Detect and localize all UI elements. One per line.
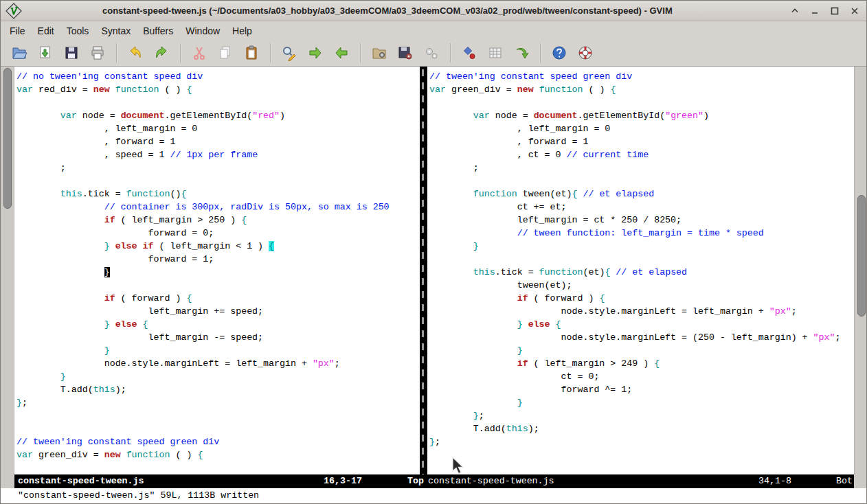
code-line: left_margin += speed;	[16, 305, 420, 318]
code-line: }	[16, 344, 420, 357]
right-scrollbar-thumb[interactable]	[857, 195, 866, 317]
help-icon	[551, 45, 567, 61]
code-line: var node = document.getElementById("red"…	[16, 109, 420, 122]
code-line: }	[429, 396, 854, 409]
code-line: // no tween'ing constant speed div	[16, 70, 420, 83]
code-line: , left_margin = 0	[16, 122, 420, 135]
menu-syntax[interactable]: Syntax	[95, 23, 137, 38]
code-line	[429, 253, 854, 266]
toolbar-make-button[interactable]	[459, 43, 480, 63]
maximize-button[interactable]	[827, 3, 842, 19]
code-line: node.style.marginLeft = left_margin + "p…	[429, 305, 854, 318]
toolbar-separator	[116, 43, 117, 62]
statusline-right-scrollpos: Bot	[836, 474, 853, 488]
vim-logo-icon	[5, 3, 22, 19]
code-line: , forward = 1	[429, 135, 854, 148]
tag-jump-icon	[513, 45, 530, 61]
code-line: } else {	[429, 318, 854, 331]
toolbar-tag-jump-button[interactable]	[511, 43, 532, 63]
toolbar-undo-button[interactable]	[125, 43, 146, 63]
save-icon	[37, 45, 54, 61]
toolbar-separator	[540, 43, 541, 62]
statusline-left-ruler: 16,3-17	[324, 474, 362, 488]
code-line: // tween'ing constant speed green div	[16, 435, 420, 448]
toolbar-save-session-button[interactable]	[395, 43, 416, 63]
paste-icon	[243, 45, 260, 61]
toolbar-redo-button[interactable]	[151, 43, 172, 63]
code-line: var node = document.getElementById("gree…	[429, 109, 854, 122]
toolbar-print-button[interactable]	[87, 43, 108, 63]
code-line: } else {	[16, 318, 420, 331]
close-button[interactable]	[847, 3, 862, 19]
code-line: ;	[16, 161, 420, 174]
code-line: tween(et);	[429, 279, 854, 292]
code-line: // tween'ing constant speed green div	[429, 70, 854, 83]
code-line: left_margin -= speed;	[16, 331, 420, 344]
copy-icon	[217, 45, 234, 61]
status-line[interactable]: constant-speed-tween.js 16,3-17 Top cons…	[14, 474, 854, 488]
shade-button[interactable]	[787, 3, 802, 19]
print-icon	[89, 45, 106, 61]
code-line: var green_div = new function ( ) {	[429, 83, 854, 96]
code-line	[16, 279, 420, 292]
code-line: ;	[429, 161, 854, 174]
find-help-icon	[577, 45, 594, 61]
code-line: if ( left_margin > 250 ) {	[16, 214, 420, 227]
code-line: function tween(et){ // et elapsed	[429, 187, 854, 201]
menu-bar: FileEditToolsSyntaxBuffersWindowHelp	[1, 21, 866, 40]
minimize-button[interactable]	[807, 3, 822, 19]
menu-help[interactable]: Help	[226, 23, 258, 38]
code-line	[429, 461, 854, 474]
toolbar-open-button[interactable]	[9, 43, 30, 63]
code-line	[16, 461, 420, 474]
code-line	[429, 174, 854, 187]
toolbar-copy-button[interactable]	[215, 43, 236, 63]
statusline-right-ruler: 34,1-8	[758, 474, 791, 488]
toolbar-find-replace-button[interactable]	[279, 43, 300, 63]
toolbar-load-session-button[interactable]	[369, 43, 390, 63]
code-line: };	[429, 435, 854, 448]
code-line: }	[429, 344, 854, 357]
code-line: }	[16, 370, 420, 383]
menu-buffers[interactable]: Buffers	[137, 23, 179, 38]
statusline-left-scrollpos: Top	[407, 474, 424, 488]
gvim-window: constant-speed-tween.js (~/Documents/a03…	[0, 0, 867, 504]
toolbar-help-button[interactable]	[549, 43, 570, 63]
toolbar-run-ctags-button[interactable]	[485, 43, 506, 63]
menu-window[interactable]: Window	[179, 23, 226, 38]
menu-tools[interactable]: Tools	[60, 23, 95, 38]
code-line: this.tick = function(){	[16, 187, 420, 201]
menu-edit[interactable]: Edit	[32, 23, 60, 38]
toolbar-save-button[interactable]	[35, 43, 56, 63]
left-scrollbar-thumb[interactable]	[3, 68, 12, 209]
toolbar-separator	[180, 43, 181, 62]
toolbar-cut-button[interactable]	[189, 43, 210, 63]
menu-file[interactable]: File	[3, 23, 32, 38]
toolbar-separator	[270, 43, 271, 62]
toolbar-separator	[450, 43, 451, 62]
code-line: ct += et;	[429, 201, 854, 214]
right-scrollbar[interactable]	[854, 67, 867, 474]
toolbar-find-prev-button[interactable]	[331, 43, 352, 63]
open-icon	[11, 45, 27, 61]
code-pane-right[interactable]: // tween'ing constant speed green divvar…	[427, 67, 854, 474]
vertical-split-separator[interactable]	[420, 67, 427, 474]
code-pane-left[interactable]: // no tween'ing constant speed divvar re…	[14, 67, 420, 474]
toolbar-find-help-button[interactable]	[575, 43, 596, 63]
code-line: // container is 300px, radDiv is 50px, s…	[16, 201, 420, 214]
toolbar-run-script-button[interactable]	[421, 43, 442, 63]
title-bar[interactable]: constant-speed-tween.js (~/Documents/a03…	[1, 1, 866, 21]
toolbar-save-all-button[interactable]	[61, 43, 82, 63]
code-line: // tween function: left_margin = time * …	[429, 227, 854, 240]
toolbar	[1, 40, 866, 67]
statusline-left-filename: constant-speed-tween.js	[18, 474, 144, 488]
code-line: forward = 0;	[16, 227, 420, 240]
find-replace-icon	[281, 45, 297, 61]
toolbar-paste-button[interactable]	[241, 43, 262, 63]
code-line: ct = 0;	[429, 370, 854, 383]
code-line: };	[16, 396, 420, 409]
code-line: forward = 1;	[16, 253, 420, 266]
toolbar-find-next-button[interactable]	[305, 43, 326, 63]
left-scrollbar[interactable]	[1, 67, 14, 474]
save-all-icon	[63, 45, 80, 61]
